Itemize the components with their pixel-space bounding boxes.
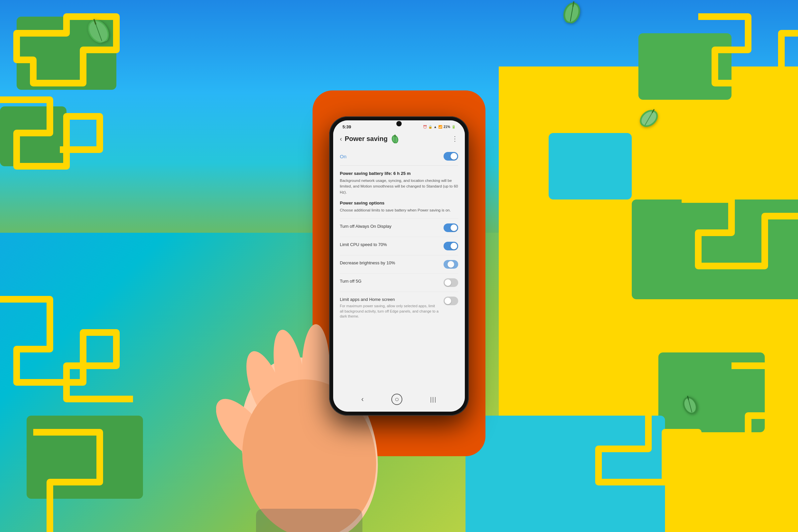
- brightness-toggle[interactable]: [443, 260, 458, 269]
- limit-apps-sublabel: For maximum power saving, allow only sel…: [340, 304, 440, 319]
- options-title: Power saving options: [340, 201, 458, 206]
- battery-icon: 🔋: [452, 125, 456, 129]
- setting-label-limit-apps: Limit apps and Home screen For maximum p…: [340, 297, 440, 319]
- leaf-2: [560, 0, 584, 26]
- lock-icon: 🔒: [428, 125, 432, 129]
- nav-bar: ‹ ○ |||: [333, 389, 465, 412]
- battery-text: 21%: [443, 125, 450, 129]
- always-on-label: Turn off Always On Display: [340, 224, 440, 229]
- battery-life-desc: Background network usage, syncing, and l…: [340, 178, 458, 195]
- on-label: On: [340, 154, 346, 159]
- header-left: ‹ Power saving: [340, 134, 400, 143]
- alarm-icon: ⏰: [423, 125, 427, 129]
- cpu-toggle[interactable]: [443, 242, 458, 250]
- always-on-thumb: [451, 225, 457, 231]
- setting-row-brightness: Decrease brightness by 10%: [340, 255, 458, 273]
- wifi-icon: ▲: [434, 125, 437, 129]
- cpu-thumb: [451, 243, 457, 249]
- nav-recents-button[interactable]: |||: [428, 394, 439, 405]
- camera-notch: [396, 121, 402, 126]
- nav-back-button[interactable]: ‹: [359, 393, 366, 406]
- cpu-label: Limit CPU speed to 70%: [340, 242, 440, 248]
- phone-frame: 5:39 ⏰ 🔒 ▲ 📶 21% 🔋 ‹ Power saving: [329, 116, 469, 416]
- phone-screen: 5:39 ⏰ 🔒 ▲ 📶 21% 🔋 ‹ Power saving: [333, 120, 465, 412]
- on-toggle[interactable]: [443, 152, 458, 160]
- limit-apps-thumb: [444, 298, 451, 304]
- setting-row-cpu: Limit CPU speed to 70%: [340, 237, 458, 255]
- leaf-header-icon: [391, 134, 400, 143]
- setting-label-brightness: Decrease brightness by 10%: [340, 260, 440, 266]
- on-toggle-row: On: [340, 147, 458, 166]
- options-section: Power saving options Choose additional l…: [340, 201, 458, 324]
- limit-apps-label: Limit apps and Home screen: [340, 297, 440, 303]
- on-toggle-thumb: [451, 153, 457, 159]
- page-title: Power saving: [345, 135, 388, 142]
- setting-label-5g: Turn off 5G: [340, 278, 440, 284]
- signal-icon: 📶: [438, 125, 442, 129]
- 5g-label: Turn off 5G: [340, 278, 440, 284]
- brightness-thumb: [448, 261, 454, 268]
- setting-row-always-on: Turn off Always On Display: [340, 218, 458, 237]
- status-time: 5:39: [342, 125, 351, 129]
- svg-rect-19: [394, 135, 395, 137]
- brightness-label: Decrease brightness by 10%: [340, 260, 440, 266]
- nav-home-button[interactable]: ○: [391, 394, 402, 405]
- battery-section: Power saving battery life: 6 h 25 m Back…: [340, 171, 458, 195]
- setting-row-limit-apps: Limit apps and Home screen For maximum p…: [340, 291, 458, 324]
- 5g-thumb: [444, 279, 451, 286]
- back-button[interactable]: ‹: [340, 135, 342, 142]
- setting-label-cpu: Limit CPU speed to 70%: [340, 242, 440, 248]
- battery-life-title: Power saving battery life: 6 h 25 m: [340, 171, 458, 176]
- app-header: ‹ Power saving ⋮: [333, 131, 465, 147]
- options-desc: Choose additional limits to save battery…: [340, 208, 458, 213]
- scroll-content: On Power saving battery life: 6 h 25 m B…: [333, 147, 465, 389]
- always-on-toggle[interactable]: [443, 224, 458, 232]
- phone-scene: 5:39 ⏰ 🔒 ▲ 📶 21% 🔋 ‹ Power saving: [283, 50, 515, 482]
- status-icons: ⏰ 🔒 ▲ 📶 21% 🔋: [423, 125, 456, 129]
- more-button[interactable]: ⋮: [452, 135, 458, 142]
- setting-label-always-on: Turn off Always On Display: [340, 224, 440, 229]
- setting-row-5g: Turn off 5G: [340, 273, 458, 291]
- limit-apps-toggle[interactable]: [443, 297, 458, 305]
- 5g-toggle[interactable]: [443, 278, 458, 287]
